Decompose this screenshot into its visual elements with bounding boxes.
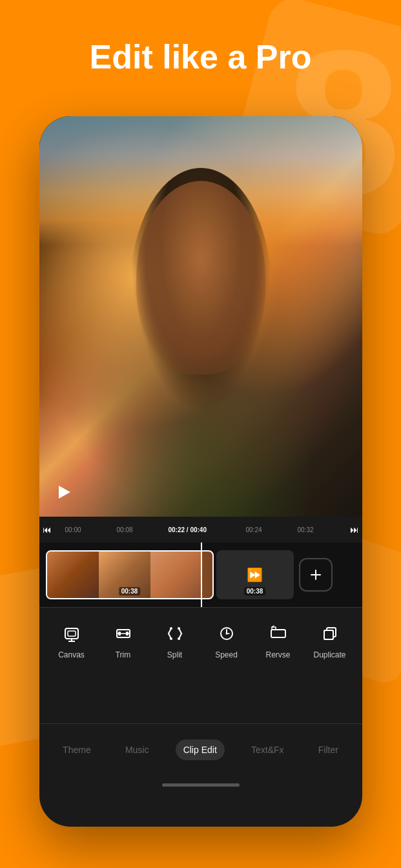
split-label: Split [167, 650, 182, 659]
clip-item-2[interactable]: ⏩ 00:38 [216, 550, 294, 599]
add-clip-button[interactable] [299, 558, 333, 592]
transition-icon: ⏩ [247, 567, 263, 583]
svg-point-17 [178, 637, 180, 640]
toolbar-spacer [39, 672, 362, 723]
nav-text-fx[interactable]: Text&Fx [243, 739, 292, 760]
split-icon [162, 621, 188, 646]
play-button[interactable] [52, 480, 76, 504]
headline-text: Edit like a Pro [0, 39, 401, 76]
face-overlay [136, 181, 265, 375]
ruler-end-arrow: ⏭ [350, 524, 359, 535]
trim-label: Trim [116, 650, 131, 659]
canvas-label: Canvas [58, 650, 85, 659]
speed-icon [214, 621, 240, 646]
canvas-icon [59, 621, 85, 646]
ruler-mark-0: 00:00 [65, 526, 81, 533]
timeline-cursor [201, 542, 202, 607]
svg-point-15 [170, 637, 172, 640]
clip-thumb-1c [150, 552, 202, 598]
ruler-mark-current: 00:22 / 00:40 [169, 526, 207, 533]
ruler-start-arrow: ⏮ [43, 524, 52, 535]
tool-reverse[interactable]: Rervse [252, 621, 304, 659]
svg-rect-3 [68, 631, 76, 636]
trim-icon [110, 621, 136, 646]
nav-theme[interactable]: Theme [55, 739, 99, 760]
svg-rect-8 [118, 632, 121, 636]
duplicate-icon [317, 621, 343, 646]
tool-speed[interactable]: Speed [201, 621, 252, 659]
svg-point-14 [170, 627, 172, 630]
clip-thumb-1a [47, 552, 99, 598]
clip-2-duration: 00:38 [244, 587, 266, 595]
video-preview[interactable] [39, 116, 362, 517]
nav-filter[interactable]: Filter [311, 739, 346, 760]
headline-section: Edit like a Pro [0, 39, 401, 76]
ruler-mark-32: 00:32 [298, 526, 314, 533]
home-bar [162, 783, 240, 787]
edit-toolbar: Canvas Trim [39, 607, 362, 672]
speed-label: Speed [215, 650, 238, 659]
tool-canvas[interactable]: Canvas [46, 621, 98, 659]
svg-rect-9 [126, 632, 129, 636]
svg-rect-22 [271, 630, 285, 637]
home-indicator [39, 775, 362, 794]
tool-trim[interactable]: Trim [98, 621, 149, 659]
timeline-ruler: ⏮ 00:00 00:08 00:22 / 00:40 00:24 00:32 … [39, 517, 362, 542]
svg-rect-2 [65, 628, 78, 639]
tool-duplicate[interactable]: Duplicate [304, 621, 356, 659]
phone-mockup: ⏮ 00:00 00:08 00:22 / 00:40 00:24 00:32 … [39, 116, 362, 827]
ruler-mark-24: 00:24 [246, 526, 262, 533]
reverse-icon [265, 621, 291, 646]
clip-timeline[interactable]: 00:38 ⏩ 00:38 [39, 542, 362, 607]
svg-point-21 [225, 632, 227, 634]
plus-icon [308, 567, 324, 583]
play-icon [59, 486, 70, 499]
svg-rect-1 [311, 574, 321, 575]
bottom-nav: Theme Music Clip Edit Text&Fx Filter [39, 723, 362, 775]
ruler-mark-8: 00:08 [117, 526, 133, 533]
tool-split[interactable]: Split [149, 621, 201, 659]
svg-point-16 [178, 627, 180, 630]
reverse-label: Rervse [265, 650, 290, 659]
clip-item-1[interactable]: 00:38 [46, 550, 214, 599]
duplicate-label: Duplicate [313, 650, 345, 659]
nav-clip-edit[interactable]: Clip Edit [176, 739, 225, 760]
nav-music[interactable]: Music [118, 739, 157, 760]
svg-rect-24 [324, 630, 333, 639]
clip-1-duration: 00:38 [119, 587, 141, 595]
